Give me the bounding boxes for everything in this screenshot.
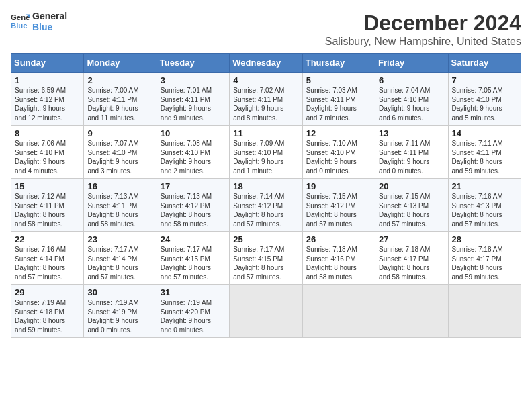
day-cell: 25Sunrise: 7:17 AM Sunset: 4:15 PM Dayli…: [230, 232, 302, 285]
day-info: Sunrise: 7:13 AM Sunset: 4:11 PM Dayligh…: [87, 192, 152, 228]
day-cell: 26Sunrise: 7:18 AM Sunset: 4:16 PM Dayli…: [302, 232, 375, 285]
header-row: SundayMondayTuesdayWednesdayThursdayFrid…: [11, 54, 521, 73]
day-cell: [448, 285, 521, 338]
day-number: 13: [379, 128, 444, 138]
day-cell: 23Sunrise: 7:17 AM Sunset: 4:14 PM Dayli…: [84, 232, 157, 285]
day-number: 12: [306, 128, 371, 138]
week-row-5: 29Sunrise: 7:19 AM Sunset: 4:18 PM Dayli…: [11, 285, 521, 338]
day-info: Sunrise: 7:18 AM Sunset: 4:16 PM Dayligh…: [306, 245, 371, 281]
day-number: 8: [15, 128, 80, 138]
day-cell: 7Sunrise: 7:05 AM Sunset: 4:10 PM Daylig…: [448, 73, 521, 126]
day-number: 30: [87, 287, 152, 298]
day-number: 25: [233, 234, 298, 244]
main-title: December 2024: [325, 11, 521, 36]
header-cell-thursday: Thursday: [302, 54, 375, 73]
day-number: 1: [15, 75, 80, 85]
day-number: 15: [15, 181, 80, 191]
day-number: 24: [161, 234, 226, 244]
day-cell: 22Sunrise: 7:16 AM Sunset: 4:14 PM Dayli…: [11, 232, 84, 285]
day-info: Sunrise: 7:03 AM Sunset: 4:11 PM Dayligh…: [306, 86, 371, 122]
day-cell: 10Sunrise: 7:08 AM Sunset: 4:10 PM Dayli…: [157, 126, 229, 179]
day-number: 10: [161, 128, 226, 138]
day-info: Sunrise: 7:05 AM Sunset: 4:10 PM Dayligh…: [452, 86, 517, 122]
day-cell: 13Sunrise: 7:11 AM Sunset: 4:11 PM Dayli…: [375, 126, 448, 179]
day-cell: 30Sunrise: 7:19 AM Sunset: 4:19 PM Dayli…: [84, 285, 157, 338]
day-number: 5: [306, 75, 371, 85]
day-cell: 17Sunrise: 7:13 AM Sunset: 4:12 PM Dayli…: [157, 179, 229, 232]
day-info: Sunrise: 7:16 AM Sunset: 4:14 PM Dayligh…: [15, 245, 80, 281]
day-number: 20: [379, 181, 444, 191]
day-info: Sunrise: 7:02 AM Sunset: 4:11 PM Dayligh…: [233, 86, 298, 122]
day-info: Sunrise: 7:19 AM Sunset: 4:19 PM Dayligh…: [87, 298, 152, 334]
day-cell: 16Sunrise: 7:13 AM Sunset: 4:11 PM Dayli…: [84, 179, 157, 232]
day-cell: 4Sunrise: 7:02 AM Sunset: 4:11 PM Daylig…: [230, 73, 302, 126]
day-number: 28: [452, 234, 517, 244]
day-cell: [230, 285, 302, 338]
day-cell: 9Sunrise: 7:07 AM Sunset: 4:10 PM Daylig…: [84, 126, 157, 179]
day-number: 11: [233, 128, 298, 138]
day-cell: 3Sunrise: 7:01 AM Sunset: 4:11 PM Daylig…: [157, 73, 229, 126]
day-cell: 28Sunrise: 7:18 AM Sunset: 4:17 PM Dayli…: [448, 232, 521, 285]
day-number: 26: [306, 234, 371, 244]
day-cell: 29Sunrise: 7:19 AM Sunset: 4:18 PM Dayli…: [11, 285, 84, 338]
header-cell-saturday: Saturday: [448, 54, 521, 73]
day-cell: 27Sunrise: 7:18 AM Sunset: 4:17 PM Dayli…: [375, 232, 448, 285]
day-number: 18: [233, 181, 298, 191]
day-number: 14: [452, 128, 517, 138]
day-info: Sunrise: 7:11 AM Sunset: 4:11 PM Dayligh…: [379, 139, 444, 175]
day-cell: 11Sunrise: 7:09 AM Sunset: 4:10 PM Dayli…: [230, 126, 302, 179]
day-number: 27: [379, 234, 444, 244]
day-number: 7: [452, 75, 517, 85]
day-info: Sunrise: 7:17 AM Sunset: 4:15 PM Dayligh…: [233, 245, 298, 281]
day-number: 9: [87, 128, 152, 138]
day-info: Sunrise: 7:15 AM Sunset: 4:12 PM Dayligh…: [306, 192, 371, 228]
day-info: Sunrise: 7:19 AM Sunset: 4:20 PM Dayligh…: [161, 298, 226, 334]
day-number: 16: [87, 181, 152, 191]
day-number: 17: [161, 181, 226, 191]
day-number: 2: [87, 75, 152, 85]
header-cell-tuesday: Tuesday: [157, 54, 229, 73]
calendar-header: SundayMondayTuesdayWednesdayThursdayFrid…: [11, 54, 521, 73]
day-info: Sunrise: 7:14 AM Sunset: 4:12 PM Dayligh…: [233, 192, 298, 228]
day-info: Sunrise: 7:07 AM Sunset: 4:10 PM Dayligh…: [87, 139, 152, 175]
day-info: Sunrise: 7:17 AM Sunset: 4:14 PM Dayligh…: [87, 245, 152, 281]
day-info: Sunrise: 7:16 AM Sunset: 4:13 PM Dayligh…: [452, 192, 517, 228]
header-cell-wednesday: Wednesday: [230, 54, 302, 73]
header-cell-monday: Monday: [84, 54, 157, 73]
day-cell: 24Sunrise: 7:17 AM Sunset: 4:15 PM Dayli…: [157, 232, 229, 285]
subtitle: Salisbury, New Hampshire, United States: [325, 36, 521, 48]
day-number: 22: [15, 234, 80, 244]
day-cell: 20Sunrise: 7:15 AM Sunset: 4:13 PM Dayli…: [375, 179, 448, 232]
logo: General Blue General Blue: [11, 11, 67, 32]
logo-line2: Blue: [32, 21, 67, 32]
day-number: 3: [161, 75, 226, 85]
week-row-4: 22Sunrise: 7:16 AM Sunset: 4:14 PM Dayli…: [11, 232, 521, 285]
day-cell: 1Sunrise: 6:59 AM Sunset: 4:12 PM Daylig…: [11, 73, 84, 126]
logo-line1: General: [32, 11, 67, 21]
day-number: 29: [15, 287, 80, 298]
day-info: Sunrise: 7:13 AM Sunset: 4:12 PM Dayligh…: [161, 192, 226, 228]
day-cell: 21Sunrise: 7:16 AM Sunset: 4:13 PM Dayli…: [448, 179, 521, 232]
day-cell: 19Sunrise: 7:15 AM Sunset: 4:12 PM Dayli…: [302, 179, 375, 232]
day-cell: 2Sunrise: 7:00 AM Sunset: 4:11 PM Daylig…: [84, 73, 157, 126]
day-cell: 6Sunrise: 7:04 AM Sunset: 4:10 PM Daylig…: [375, 73, 448, 126]
day-number: 6: [379, 75, 444, 85]
header: General Blue General Blue December 2024 …: [11, 11, 521, 48]
day-info: Sunrise: 7:09 AM Sunset: 4:10 PM Dayligh…: [233, 139, 298, 175]
day-cell: [375, 285, 448, 338]
day-info: Sunrise: 7:06 AM Sunset: 4:10 PM Dayligh…: [15, 139, 80, 175]
day-cell: 15Sunrise: 7:12 AM Sunset: 4:11 PM Dayli…: [11, 179, 84, 232]
day-cell: 8Sunrise: 7:06 AM Sunset: 4:10 PM Daylig…: [11, 126, 84, 179]
day-info: Sunrise: 7:17 AM Sunset: 4:15 PM Dayligh…: [161, 245, 226, 281]
day-info: Sunrise: 7:15 AM Sunset: 4:13 PM Dayligh…: [379, 192, 444, 228]
calendar-table: SundayMondayTuesdayWednesdayThursdayFrid…: [11, 53, 521, 338]
day-info: Sunrise: 7:08 AM Sunset: 4:10 PM Dayligh…: [161, 139, 226, 175]
day-number: 23: [87, 234, 152, 244]
header-cell-friday: Friday: [375, 54, 448, 73]
day-cell: 31Sunrise: 7:19 AM Sunset: 4:20 PM Dayli…: [157, 285, 229, 338]
day-number: 21: [452, 181, 517, 191]
day-cell: 14Sunrise: 7:11 AM Sunset: 4:11 PM Dayli…: [448, 126, 521, 179]
day-cell: 5Sunrise: 7:03 AM Sunset: 4:11 PM Daylig…: [302, 73, 375, 126]
day-cell: 12Sunrise: 7:10 AM Sunset: 4:10 PM Dayli…: [302, 126, 375, 179]
day-info: Sunrise: 6:59 AM Sunset: 4:12 PM Dayligh…: [15, 86, 80, 122]
